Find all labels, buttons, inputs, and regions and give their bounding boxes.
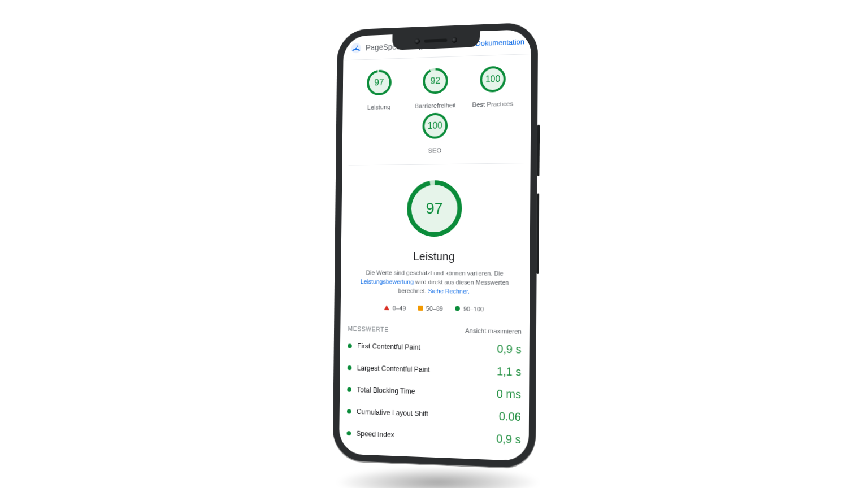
status-good-icon <box>347 387 351 392</box>
legend-avg: 50–89 <box>418 305 442 312</box>
phone-frame: PageSpeed Insights Dokumentation 97Leist… <box>333 22 539 468</box>
category-score-best-practices[interactable]: 100Best Practices <box>467 65 518 108</box>
phone-side-button <box>537 125 540 176</box>
phone-side-button <box>537 193 540 274</box>
triangle-icon <box>384 305 389 310</box>
score-label: SEO <box>428 147 442 154</box>
metric-name: Total Blocking Time <box>357 386 491 398</box>
score-label: Barrierefreiheit <box>415 102 456 110</box>
metrics-heading: MESSWERTE <box>348 325 388 333</box>
metric-name: Largest Contentful Paint <box>357 364 491 376</box>
category-score-seo[interactable]: 100SEO <box>410 112 460 154</box>
performance-scoring-link[interactable]: Leistungsbewertung <box>361 278 414 285</box>
earpiece-speaker-icon <box>424 38 448 42</box>
see-calculator-link[interactable]: Siehe Rechner. <box>428 287 470 295</box>
svg-point-10 <box>481 67 505 91</box>
score-value: 92 <box>422 67 449 95</box>
score-label: Best Practices <box>472 100 514 108</box>
metric-name: Speed Index <box>357 430 491 443</box>
documentation-link[interactable]: Dokumentation <box>475 37 524 47</box>
status-good-icon <box>347 431 351 435</box>
section-divider <box>349 163 524 166</box>
phone-notch <box>392 31 480 50</box>
square-icon <box>418 306 423 311</box>
metric-value: 0,9 s <box>497 342 522 356</box>
gauge-icon: 92 <box>422 67 449 95</box>
metric-row[interactable]: Speed Index0,9 s <box>339 422 529 451</box>
desc-text: Die Werte sind geschätzt und können vari… <box>366 269 503 276</box>
score-value: 100 <box>479 66 506 94</box>
score-legend: 0–49 50–89 90–100 <box>384 295 484 318</box>
phone-screen: PageSpeed Insights Dokumentation 97Leist… <box>339 29 531 461</box>
legend-good-label: 90–100 <box>463 306 484 313</box>
score-value: 100 <box>422 112 448 140</box>
metric-value: 0,9 s <box>496 432 521 446</box>
gauge-icon: 100 <box>479 66 506 94</box>
status-good-icon <box>347 409 351 414</box>
performance-summary: 97 Leistung Die Werte sind geschätzt und… <box>341 168 531 322</box>
performance-score-value: 97 <box>406 179 463 238</box>
category-score-barrierefreiheit[interactable]: 92Barrierefreiheit <box>411 67 461 110</box>
gauge-icon: 97 <box>366 69 392 96</box>
metric-name: First Contentful Paint <box>357 342 491 353</box>
metric-value: 1,1 s <box>497 365 522 378</box>
status-good-icon <box>348 365 352 370</box>
category-score-leistung[interactable]: 97Leistung <box>355 68 403 111</box>
metric-value: 0 ms <box>497 387 522 401</box>
score-value: 97 <box>366 69 392 96</box>
category-scores: 97Leistung92Barrierefreiheit100Best Prac… <box>342 54 531 161</box>
metric-value: 0.06 <box>499 409 521 424</box>
performance-description: Die Werte sind geschätzt und können vari… <box>347 263 523 297</box>
metrics-list: First Contentful Paint0,9 sLargest Conte… <box>339 335 530 451</box>
desc-text: wird direkt aus diesen Messwerten berech… <box>398 278 509 294</box>
pagespeed-logo-icon <box>351 42 362 54</box>
svg-point-11 <box>481 67 505 91</box>
legend-bad-label: 0–49 <box>393 304 406 311</box>
circle-icon <box>455 306 460 311</box>
performance-gauge[interactable]: 97 <box>406 179 463 238</box>
front-sensor-icon <box>452 37 457 43</box>
gauge-icon: 100 <box>422 112 448 140</box>
legend-good: 90–100 <box>455 305 484 312</box>
expand-view-link[interactable]: Ansicht maximieren <box>465 327 522 335</box>
svg-point-9 <box>481 67 505 91</box>
legend-bad: 0–49 <box>384 304 406 311</box>
metric-name: Cumulative Layout Shift <box>357 408 493 420</box>
phone-shadow <box>336 465 540 488</box>
score-label: Leistung <box>367 103 390 111</box>
performance-title: Leistung <box>413 250 455 263</box>
status-good-icon <box>348 344 352 348</box>
legend-avg-label: 50–89 <box>426 305 443 312</box>
front-camera-icon <box>414 38 420 44</box>
